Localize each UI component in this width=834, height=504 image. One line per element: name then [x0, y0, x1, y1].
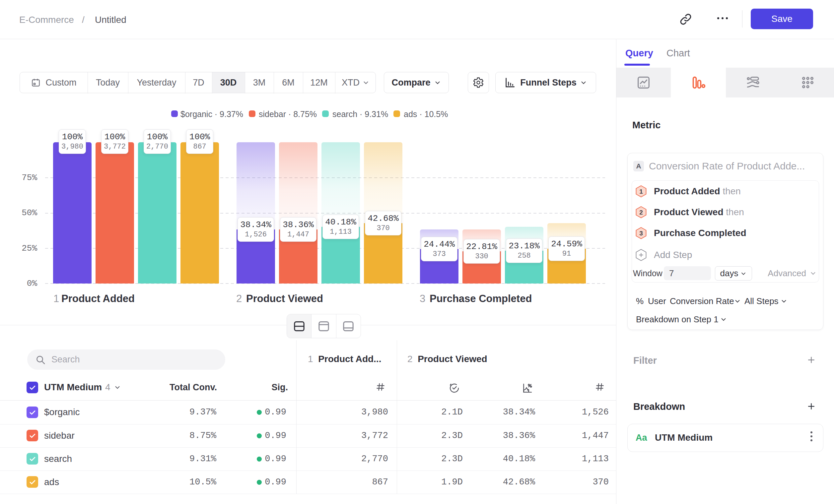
- svg-text:3: 3: [639, 230, 643, 237]
- svg-text:2: 2: [639, 209, 643, 216]
- svg-text:1: 1: [639, 188, 643, 195]
